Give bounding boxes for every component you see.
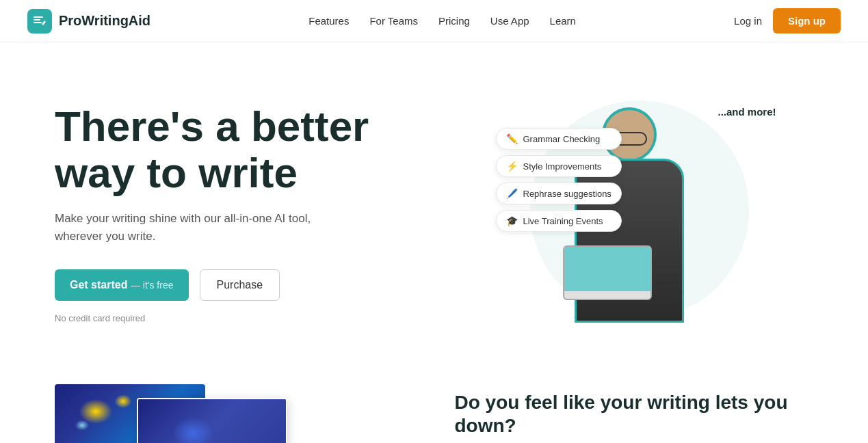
- logo-link[interactable]: ProWritingAid: [27, 9, 150, 33]
- nav-learn[interactable]: Learn: [550, 15, 576, 27]
- chip-icon-grammar: ✏️: [506, 133, 518, 144]
- chip-style: ⚡ Style Improvements: [496, 155, 622, 177]
- chip-rephrase: 🖊️ Rephrase suggestions: [496, 183, 622, 204]
- hero-right: ...and more! ✏️ Grammar Checking ⚡ Style…: [438, 83, 841, 343]
- signup-button[interactable]: Sign up: [773, 8, 841, 33]
- svg-rect-1: [34, 19, 40, 21]
- and-more-text: ...and more!: [718, 106, 776, 118]
- nav-links: Features For Teams Pricing Use App Learn: [308, 15, 576, 27]
- feature-chips: ✏️ Grammar Checking ⚡ Style Improvements…: [496, 128, 622, 232]
- laptop-screen: [564, 247, 650, 291]
- hero-left: There's a better way to write Make your …: [55, 103, 438, 323]
- chip-grammar: ✏️ Grammar Checking: [496, 128, 622, 150]
- svg-rect-2: [34, 22, 42, 23]
- image-front-content: [138, 399, 286, 443]
- hero-subtitle: Make your writing shine with our all-in-…: [55, 210, 328, 245]
- login-button[interactable]: Log in: [734, 15, 762, 27]
- hero-section: There's a better way to write Make your …: [0, 42, 868, 371]
- nav-features[interactable]: Features: [308, 15, 349, 27]
- nav-pricing[interactable]: Pricing: [438, 15, 470, 27]
- chip-icon-rephrase: 🖊️: [506, 188, 518, 199]
- chip-training: 🎓 Live Training Events: [496, 210, 622, 232]
- hero-title: There's a better way to write: [55, 103, 438, 196]
- purchase-button[interactable]: Purchase: [200, 269, 280, 301]
- nav-use-app[interactable]: Use App: [490, 15, 529, 27]
- nav-actions: Log in Sign up: [734, 8, 841, 33]
- navbar: ProWritingAid Features For Teams Pricing…: [0, 0, 868, 42]
- nav-for-teams[interactable]: For Teams: [369, 15, 418, 27]
- no-credit-text: No credit card required: [55, 313, 438, 323]
- get-started-button[interactable]: Get started — it's free: [55, 269, 189, 301]
- chip-icon-training: 🎓: [506, 215, 518, 226]
- section-title: Do you feel like your writing lets you d…: [455, 391, 814, 437]
- second-section-left: My idea in my head: [55, 384, 414, 443]
- second-section-right: Do you feel like your writing lets you d…: [455, 384, 814, 443]
- second-section: My idea in my head Do you feel like your…: [0, 371, 868, 443]
- hero-buttons: Get started — it's free Purchase: [55, 269, 438, 301]
- laptop: [563, 245, 652, 300]
- logo-text: ProWritingAid: [59, 13, 150, 29]
- image-front: [137, 398, 287, 443]
- image-stack: My idea in my head: [55, 384, 287, 443]
- logo-icon: [27, 9, 52, 33]
- svg-rect-0: [34, 16, 43, 18]
- hero-illustration: ...and more! ✏️ Grammar Checking ⚡ Style…: [496, 87, 783, 340]
- chip-icon-style: ⚡: [506, 161, 518, 172]
